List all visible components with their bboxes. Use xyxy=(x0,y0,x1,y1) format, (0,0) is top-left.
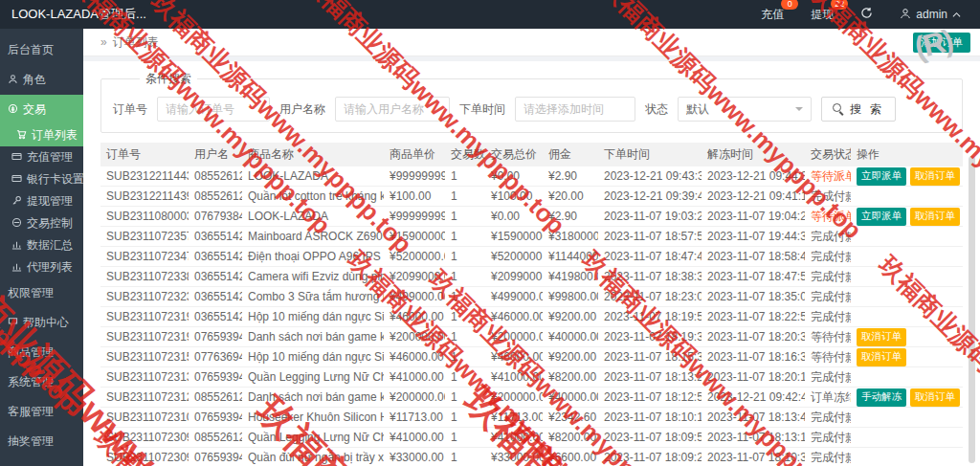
order-time-cell: 2023-12-21 09:39:40 xyxy=(598,187,702,207)
product-cell: Mainboard ASROCK Z690 Taichi xyxy=(242,227,384,247)
manual-unfreeze-button[interactable]: 手动解冻 xyxy=(857,388,906,407)
sidebar-item-label: 角色 xyxy=(23,72,46,88)
order-cell: SUB231107233832328 xyxy=(100,267,189,287)
status-select[interactable]: 默认 xyxy=(678,97,812,122)
sidebar-item-9[interactable]: 代理列表 xyxy=(0,256,83,278)
qty-cell: 1 xyxy=(445,207,485,227)
commission-cell: ¥40000.00 xyxy=(543,327,598,347)
table-header-row: 订单号用户名商品名称商品单价交易数量交易总价佣金下单时间解冻时间交易状态操作 xyxy=(100,143,963,166)
status-cell: 完成付款 xyxy=(805,448,851,466)
product-cell: Hộp 10 miếng dán ngực Silicon xyxy=(242,307,384,327)
actions-cell xyxy=(851,227,963,247)
order-cell: SUB231107234743383 xyxy=(100,247,189,267)
sidebar-item-10[interactable]: 权限管理 xyxy=(0,278,83,308)
sidebar-item-12[interactable]: 商品管理 xyxy=(0,338,83,367)
actions-cell: 取消订单 xyxy=(851,347,963,367)
search-panel-title: 条件搜索 xyxy=(140,71,197,87)
qty-cell: 1 xyxy=(445,287,485,307)
order-cell: SUB231107231953324 xyxy=(100,307,189,327)
order-time-input[interactable] xyxy=(515,97,635,122)
total-cell: ¥0.00 xyxy=(485,166,543,187)
recharge-badge: 0 xyxy=(781,0,798,10)
cancel-order-button[interactable]: 取消订单 xyxy=(857,348,906,366)
price-cell: ¥33000.00 xyxy=(384,448,445,466)
sidebar-item-8[interactable]: 数据汇总 xyxy=(0,234,83,256)
user-name-input[interactable] xyxy=(335,97,450,122)
actions-cell xyxy=(851,187,963,207)
user-icon xyxy=(8,74,18,87)
sidebar-item-14[interactable]: 客服管理 xyxy=(0,397,83,427)
order-time-cell: 2023-11-07 18:15:37 xyxy=(598,347,702,367)
product-cell: Combo 3 Sữa tắm hương nước hoa Enchante xyxy=(242,287,384,307)
commission-cell: ¥8200.00 xyxy=(543,367,598,388)
sidebar-item-3[interactable]: 订单列表 xyxy=(0,124,83,146)
actions-cell: 立即派单取消订单 xyxy=(851,166,963,187)
column-header: 下单时间 xyxy=(598,143,702,166)
product-cell: Camera wifi Ezviz dùng pin CB3 EB3 chính… xyxy=(242,267,384,287)
breadcrumb-bar: » 订单列表 添加订单 xyxy=(83,29,980,56)
price-cell: ¥15900000.00 xyxy=(384,227,445,247)
table-row: SUB2311072323052100365514298Combo 3 Sữa … xyxy=(100,287,963,307)
withdraw-menu-button[interactable]: 提现 22 xyxy=(811,7,834,23)
vertical-scrollbar[interactable] xyxy=(969,156,975,463)
column-header: 订单号 xyxy=(100,143,189,166)
status-cell: 完成付款 xyxy=(805,408,851,428)
status-cell: 等待派单 xyxy=(805,207,851,227)
cancel-order-button[interactable]: 取消订单 xyxy=(910,208,960,226)
user-cell: 0765939439 xyxy=(189,448,242,466)
order-no-input[interactable] xyxy=(157,97,270,122)
table-row: SUB2311072312594020855261242Danh sách nơ… xyxy=(100,388,963,408)
status-cell: 完成付款 xyxy=(805,307,851,327)
order-time-cell: 2023-11-07 18:10:11 xyxy=(598,408,702,428)
breadcrumb-arrow-icon: » xyxy=(100,35,107,49)
chart-icon xyxy=(11,261,22,275)
unfreeze-time-cell: 2023-11-07 18:16:37 xyxy=(702,347,805,367)
price-cell: ¥200000.00 xyxy=(384,388,445,408)
total-cell: ¥46000.00 xyxy=(485,347,543,367)
sidebar-item-6[interactable]: 提现管理 xyxy=(0,190,83,212)
cancel-order-button[interactable]: 取消订单 xyxy=(910,388,960,407)
order-cell: SUB231107230923497 xyxy=(100,448,189,466)
order-cell: SUB231107231537754 xyxy=(100,347,189,367)
price-cell: ¥2099000.00 xyxy=(384,267,445,287)
cancel-order-button[interactable]: 取消订单 xyxy=(910,167,960,186)
order-time-cell: 2023-11-07 18:19:53 xyxy=(598,307,702,327)
account-menu-button[interactable]: admin xyxy=(900,8,961,22)
sidebar-item-7[interactable]: 交易控制 xyxy=(0,212,83,234)
sidebar: 后台首页角色交易订单列表充值管理银行卡设置提现管理交易控制数据汇总代理列表权限管… xyxy=(0,29,83,466)
order-cell: SUB231107231011439 xyxy=(100,408,189,428)
product-cell: Quần Legging Lưng Nữ Chất Thun Co Dãn 4 xyxy=(242,428,384,448)
price-cell: ¥200000.00 xyxy=(384,327,445,347)
chevron-down-icon xyxy=(795,107,803,115)
dispatch-order-button[interactable]: 立即派单 xyxy=(857,167,906,186)
chevron-up-icon xyxy=(952,8,961,21)
cancel-order-button[interactable]: 取消订单 xyxy=(857,328,906,346)
sidebar-item-label: 帮助中心 xyxy=(23,315,69,331)
user-cell: 0855261242 xyxy=(189,187,242,207)
order-cell: SUB231107231939973 xyxy=(100,327,189,347)
sidebar-item-5[interactable]: 银行卡设置 xyxy=(0,168,83,190)
search-button[interactable]: 搜 索 xyxy=(821,97,896,122)
order-time-cell: 2023-11-07 18:57:59 xyxy=(598,227,702,247)
order-time-cell: 2023-11-07 18:47:43 xyxy=(598,247,702,267)
total-cell: ¥33000.00 xyxy=(485,448,543,466)
order-cell: SUB231107235759960 xyxy=(100,227,189,247)
sidebar-item-0[interactable]: 后台首页 xyxy=(0,35,83,65)
qty-cell: 1 xyxy=(445,166,485,187)
table-row: SUB2311072319533240365514298Hộp 10 miếng… xyxy=(100,307,963,327)
user-cell: 0855261242 xyxy=(189,388,242,408)
sidebar-item-1[interactable]: 角色 xyxy=(0,65,83,95)
status-cell: 完成付款 xyxy=(805,187,851,207)
sidebar-item-15[interactable]: 抽奖管理 xyxy=(0,427,83,456)
dispatch-order-button[interactable]: 立即派单 xyxy=(857,208,906,226)
sidebar-item-2[interactable]: 交易 xyxy=(0,95,83,124)
sidebar-item-13[interactable]: 系统管理 xyxy=(0,367,83,397)
refresh-button[interactable] xyxy=(860,7,873,22)
recharge-menu-button[interactable]: 充值 0 xyxy=(761,7,784,23)
sidebar-item-11[interactable]: 帮助中心 xyxy=(0,308,83,338)
status-cell: 完成付款 xyxy=(805,267,851,287)
sidebar-item-4[interactable]: 充值管理 xyxy=(0,146,83,168)
commission-cell: ¥8200.00 xyxy=(543,428,598,448)
column-header: 交易数量 xyxy=(445,143,485,166)
order-time-cell: 2023-11-07 18:38:32 xyxy=(598,267,702,287)
